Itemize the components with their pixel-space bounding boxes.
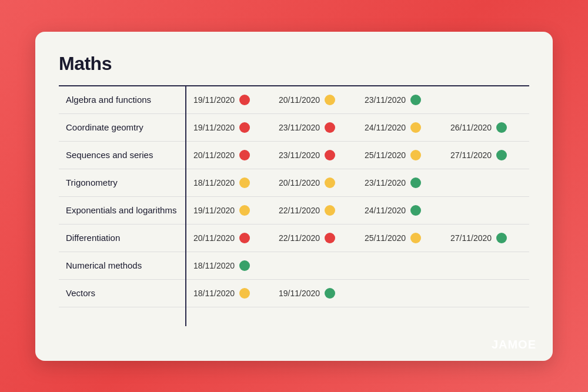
- date-cell: 20/11/2020: [186, 141, 272, 169]
- date-text: 23/11/2020: [365, 178, 406, 187]
- topic-cell: Coordinate geomtry: [59, 113, 186, 141]
- date-cell: 26/11/2020: [443, 113, 529, 141]
- date-cell: 25/11/2020: [358, 141, 443, 169]
- cell-content: 26/11/2020: [450, 122, 522, 133]
- cell-content: 18/11/2020: [193, 260, 265, 271]
- date-text: 27/11/2020: [450, 233, 492, 243]
- green-dot: [325, 288, 335, 299]
- table-row: Exponentials and logarithms19/11/202022/…: [59, 196, 529, 224]
- cell-content: 25/11/2020: [365, 233, 436, 243]
- cell-content: 22/11/2020: [279, 233, 350, 243]
- date-text: 19/11/2020: [279, 289, 320, 298]
- date-cell: 20/11/2020: [272, 169, 358, 196]
- date-cell: 20/11/2020: [186, 224, 272, 252]
- cell-content: 20/11/2020: [279, 177, 350, 188]
- date-cell: [272, 252, 358, 279]
- date-text: 19/11/2020: [193, 123, 235, 132]
- date-cell: 23/11/2020: [272, 113, 358, 141]
- date-cell: 24/11/2020: [358, 196, 443, 224]
- cell-content: 18/11/2020: [193, 177, 265, 188]
- date-cell: [443, 86, 529, 114]
- green-dot: [410, 205, 421, 216]
- date-cell: 20/11/2020: [272, 86, 358, 114]
- yellow-dot: [325, 95, 335, 105]
- date-text: 23/11/2020: [365, 95, 406, 105]
- date-text: 26/11/2020: [450, 123, 492, 132]
- date-cell: 19/11/2020: [186, 196, 272, 224]
- topic-cell: Vectors: [59, 279, 186, 307]
- date-text: 19/11/2020: [193, 206, 235, 215]
- date-text: 23/11/2020: [279, 123, 320, 132]
- date-cell: 18/11/2020: [186, 279, 272, 307]
- date-text: 23/11/2020: [279, 150, 320, 160]
- topic-cell: Trigonometry: [59, 169, 186, 196]
- date-cell: 18/11/2020: [186, 169, 272, 196]
- date-cell: 23/11/2020: [358, 169, 443, 196]
- date-cell: 22/11/2020: [272, 196, 358, 224]
- yellow-dot: [239, 177, 250, 188]
- topic-cell: Differentiation: [59, 224, 186, 252]
- green-dot: [410, 177, 421, 188]
- red-dot: [325, 122, 335, 133]
- subjects-table: Algebra and functions19/11/202020/11/202…: [59, 86, 529, 326]
- main-card: Maths Algebra and functions19/11/202020/…: [35, 32, 553, 361]
- cell-content: 19/11/2020: [193, 122, 265, 133]
- yellow-dot: [325, 177, 335, 188]
- green-dot: [410, 95, 421, 105]
- cell-content: 24/11/2020: [365, 122, 436, 133]
- red-dot: [325, 150, 335, 160]
- cell-content: 23/11/2020: [365, 95, 436, 105]
- date-text: 20/11/2020: [279, 95, 320, 105]
- date-text: 18/11/2020: [193, 178, 235, 187]
- date-cell: [443, 252, 529, 279]
- cell-content: 19/11/2020: [279, 288, 350, 299]
- date-cell: [358, 279, 443, 307]
- cell-content: 25/11/2020: [365, 150, 436, 160]
- date-cell: 18/11/2020: [186, 252, 272, 279]
- date-text: 22/11/2020: [279, 233, 320, 243]
- table-row: Trigonometry18/11/202020/11/202023/11/20…: [59, 169, 529, 196]
- cell-content: 22/11/2020: [279, 205, 350, 216]
- red-dot: [239, 122, 250, 133]
- cell-content: 27/11/2020: [450, 150, 522, 160]
- date-cell: 19/11/2020: [186, 86, 272, 114]
- yellow-dot: [410, 150, 421, 160]
- topic-cell: Algebra and functions: [59, 86, 186, 114]
- date-text: 24/11/2020: [365, 206, 406, 215]
- cell-content: 18/11/2020: [193, 288, 265, 299]
- date-cell: 24/11/2020: [358, 113, 443, 141]
- cell-content: 20/11/2020: [193, 150, 265, 160]
- table-row: Sequences and series20/11/202023/11/2020…: [59, 141, 529, 169]
- page-title: Maths: [59, 53, 529, 75]
- cell-content: 19/11/2020: [193, 205, 265, 216]
- date-cell: [443, 279, 529, 307]
- red-dot: [239, 150, 250, 160]
- green-dot: [496, 233, 507, 243]
- date-text: 25/11/2020: [365, 233, 406, 243]
- cell-content: 19/11/2020: [193, 95, 265, 105]
- yellow-dot: [239, 288, 250, 299]
- table-row: Differentiation20/11/202022/11/202025/11…: [59, 224, 529, 252]
- date-text: 20/11/2020: [193, 150, 235, 160]
- date-cell: 23/11/2020: [358, 86, 443, 114]
- date-text: 20/11/2020: [193, 233, 235, 243]
- red-dot: [239, 233, 250, 243]
- cell-content: 20/11/2020: [279, 95, 350, 105]
- cell-content: 20/11/2020: [193, 233, 265, 243]
- empty-row: [59, 307, 529, 326]
- yellow-dot: [239, 205, 250, 216]
- date-cell: 27/11/2020: [443, 224, 529, 252]
- date-text: 27/11/2020: [450, 150, 492, 160]
- table-row: Numerical methods18/11/2020: [59, 252, 529, 279]
- date-text: 25/11/2020: [365, 150, 406, 160]
- date-text: 24/11/2020: [365, 123, 406, 132]
- date-cell: 25/11/2020: [358, 224, 443, 252]
- date-cell: [358, 252, 443, 279]
- date-cell: [443, 169, 529, 196]
- topic-cell: Exponentials and logarithms: [59, 196, 186, 224]
- table-row: Vectors18/11/202019/11/2020: [59, 279, 529, 307]
- brand-logo: JAMOE: [492, 338, 536, 351]
- date-text: 18/11/2020: [193, 261, 235, 270]
- green-dot: [496, 150, 507, 160]
- date-cell: [443, 196, 529, 224]
